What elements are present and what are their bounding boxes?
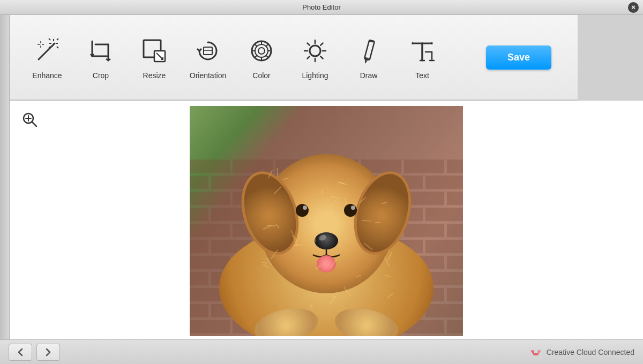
- svg-line-55: [32, 122, 37, 127]
- save-button[interactable]: Save: [486, 46, 551, 70]
- photo-container: [190, 106, 463, 336]
- text-icon: [406, 35, 438, 67]
- creative-cloud-icon: [529, 346, 542, 359]
- crop-label: Crop: [93, 71, 109, 80]
- status-bar: Creative Cloud Connected: [0, 339, 643, 364]
- svg-line-6: [49, 39, 50, 40]
- back-arrow-icon: [16, 347, 25, 357]
- forward-arrow-icon: [43, 347, 53, 357]
- svg-line-32: [255, 56, 257, 58]
- photo-image: [190, 106, 463, 336]
- resize-label: Resize: [143, 71, 166, 80]
- color-tool[interactable]: Color: [235, 22, 288, 92]
- svg-rect-43: [364, 40, 375, 60]
- svg-line-39: [308, 43, 310, 46]
- color-icon: [245, 35, 278, 67]
- main-container: Enhance: [0, 15, 643, 339]
- lighting-icon: [299, 35, 331, 67]
- svg-line-40: [320, 56, 323, 58]
- right-panel: Save: [460, 15, 578, 101]
- left-strip: [0, 15, 10, 339]
- svg-line-33: [266, 56, 268, 58]
- svg-line-42: [308, 56, 310, 58]
- center-area: Enhance: [10, 15, 643, 339]
- lighting-label: Lighting: [302, 71, 328, 80]
- lighting-tool[interactable]: Lighting: [288, 22, 342, 92]
- svg-line-31: [266, 44, 268, 46]
- enhance-label: Enhance: [32, 71, 62, 80]
- window-title: Photo Editor: [302, 3, 341, 11]
- draw-label: Draw: [360, 71, 378, 80]
- color-label: Color: [252, 71, 270, 80]
- svg-line-30: [255, 44, 257, 46]
- title-bar: Photo Editor ×: [0, 0, 643, 15]
- draw-tool[interactable]: Draw: [342, 22, 395, 92]
- svg-point-34: [310, 46, 320, 56]
- zoom-icon[interactable]: [20, 110, 40, 132]
- enhance-tool[interactable]: Enhance: [20, 22, 74, 92]
- svg-line-0: [39, 46, 52, 59]
- orientation-label: Orientation: [190, 71, 226, 80]
- crop-tool[interactable]: Crop: [74, 22, 128, 92]
- back-button[interactable]: [9, 344, 32, 361]
- draw-icon: [353, 35, 385, 67]
- resize-icon: [138, 35, 170, 67]
- orientation-icon: [192, 35, 224, 67]
- toolbar: Enhance: [10, 15, 460, 101]
- canvas-area: [10, 101, 643, 339]
- svg-rect-58: [534, 353, 538, 355]
- orientation-tool[interactable]: Orientation: [181, 22, 235, 92]
- enhance-icon: [31, 35, 63, 67]
- cloud-status: Creative Cloud Connected: [529, 346, 634, 359]
- resize-tool[interactable]: Resize: [128, 22, 181, 92]
- text-tool[interactable]: Text: [395, 22, 449, 92]
- svg-line-41: [320, 43, 323, 46]
- text-label: Text: [415, 71, 429, 80]
- svg-line-8: [57, 47, 58, 48]
- close-button[interactable]: ×: [628, 2, 639, 13]
- forward-button[interactable]: [36, 344, 60, 361]
- cloud-status-text: Creative Cloud Connected: [547, 348, 634, 357]
- svg-point-24: [255, 44, 268, 57]
- svg-point-25: [258, 48, 265, 54]
- svg-line-7: [57, 39, 58, 40]
- nav-buttons: [9, 344, 60, 361]
- svg-rect-21: [204, 47, 212, 55]
- crop-icon: [85, 35, 117, 67]
